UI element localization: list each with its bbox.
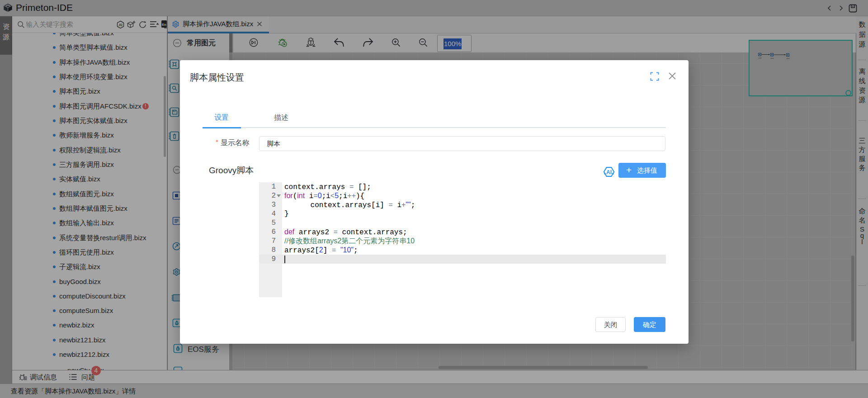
svg-text:AI: AI (606, 169, 612, 175)
